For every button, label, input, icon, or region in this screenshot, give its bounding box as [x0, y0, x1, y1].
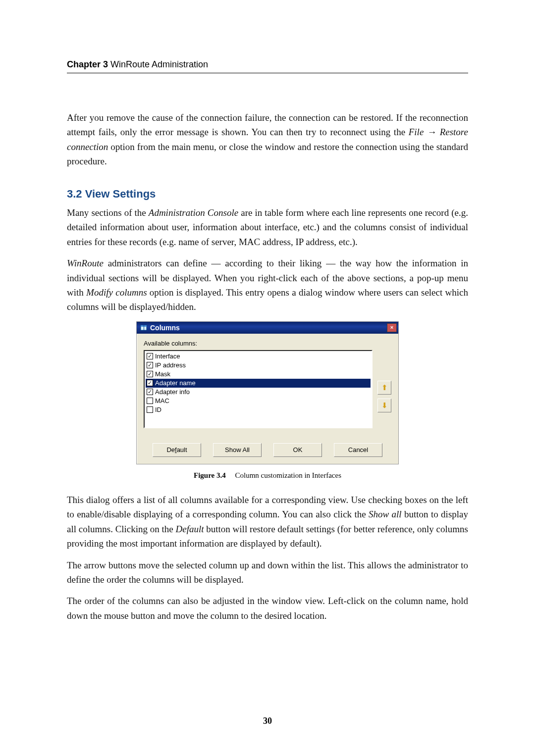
paragraph-2a: Many sections of the Administration Cons… — [67, 205, 468, 249]
chapter-label: Chapter 3 — [67, 59, 108, 69]
columns-dialog: Columns × Available columns: ✓ Interface… — [136, 321, 399, 464]
list-label: Adapter name — [155, 379, 196, 387]
list-item-adapter-info[interactable]: ✓ Adapter info — [146, 388, 371, 397]
checkbox-interface[interactable]: ✓ — [147, 353, 153, 359]
paragraph-5: The order of the columns can also be adj… — [67, 594, 468, 623]
move-down-button[interactable]: ⬇ — [377, 399, 391, 412]
list-label: Interface — [155, 353, 180, 360]
checkbox-adapter-info[interactable]: ✓ — [147, 389, 153, 395]
list-label: ID — [155, 406, 161, 413]
dialog-body: Available columns: ✓ Interface ✓ IP addr… — [137, 334, 398, 464]
paragraph-1: After you remove the cause of the connec… — [67, 110, 468, 169]
checkbox-mask[interactable]: ✓ — [147, 371, 153, 377]
svg-rect-2 — [144, 325, 144, 330]
paragraph-3: This dialog offers a list of all columns… — [67, 493, 468, 551]
p2a-a: Many sections of the — [67, 207, 149, 218]
available-columns-label: Available columns: — [144, 340, 391, 347]
dialog-button-row: Default Show All OK Cancel — [144, 443, 391, 457]
arrow-down-icon: ⬇ — [381, 401, 388, 410]
p2b-ital2: Modify columns — [86, 287, 147, 298]
list-item-adapter-name[interactable]: ✓ Adapter name — [146, 379, 371, 388]
list-item-mac[interactable]: MAC — [146, 397, 371, 405]
figure-caption: Figure 3.4 Column customization in Inter… — [67, 471, 468, 480]
move-up-button[interactable]: ⬆ — [377, 381, 391, 395]
figure-number: Figure 3.4 — [194, 471, 226, 479]
page-number: 30 — [0, 716, 535, 726]
paragraph-4: The arrow buttons move the selected colu… — [67, 558, 468, 587]
p3-ital2: Default — [176, 524, 204, 534]
p2a-ital: Administration Console — [149, 207, 238, 218]
running-header: Chapter 3 WinRoute Administration — [67, 59, 468, 73]
close-button[interactable]: × — [387, 323, 397, 332]
list-item-ip-address[interactable]: ✓ IP address — [146, 361, 371, 370]
dialog-titlebar: Columns × — [137, 322, 398, 334]
p1-b: option from the main menu, or close the … — [67, 142, 468, 166]
show-all-button[interactable]: Show All — [213, 443, 262, 457]
list-label: Adapter info — [155, 388, 190, 396]
p2b-ital1: WinRoute — [67, 258, 104, 268]
dialog-title: Columns — [150, 324, 387, 332]
reorder-arrows: ⬆ ⬇ — [377, 350, 391, 428]
columns-listbox[interactable]: ✓ Interface ✓ IP address ✓ Mask ✓ — [144, 350, 373, 428]
chapter-title-text: WinRoute Administration — [110, 59, 208, 69]
cancel-button[interactable]: Cancel — [334, 443, 382, 457]
section-heading-3-2: 3.2 View Settings — [67, 188, 468, 201]
default-post: ault — [177, 446, 187, 454]
p3-ital1: Show all — [369, 509, 402, 519]
checkbox-ip-address[interactable]: ✓ — [147, 362, 153, 368]
list-label: Mask — [155, 370, 170, 378]
list-item-mask[interactable]: ✓ Mask — [146, 370, 371, 379]
list-label: MAC — [155, 397, 169, 404]
checkbox-adapter-name[interactable]: ✓ — [147, 380, 153, 386]
columns-dialog-figure: Columns × Available columns: ✓ Interface… — [136, 321, 399, 464]
checkbox-mac[interactable] — [147, 398, 153, 404]
default-button[interactable]: Default — [153, 443, 201, 457]
list-label: IP address — [155, 361, 186, 369]
default-pre: De — [166, 446, 175, 454]
arrow-up-icon: ⬆ — [381, 383, 388, 392]
paragraph-2b: WinRoute administrators can define — acc… — [67, 256, 468, 314]
list-item-interface[interactable]: ✓ Interface — [146, 352, 371, 361]
ok-button[interactable]: OK — [273, 443, 322, 457]
figure-text: Column customization in Interfaces — [235, 471, 341, 479]
dialog-icon — [140, 324, 148, 332]
checkbox-id[interactable] — [147, 406, 153, 413]
p1-a: After you remove the cause of the connec… — [67, 112, 468, 137]
list-item-id[interactable]: ID — [146, 405, 371, 414]
